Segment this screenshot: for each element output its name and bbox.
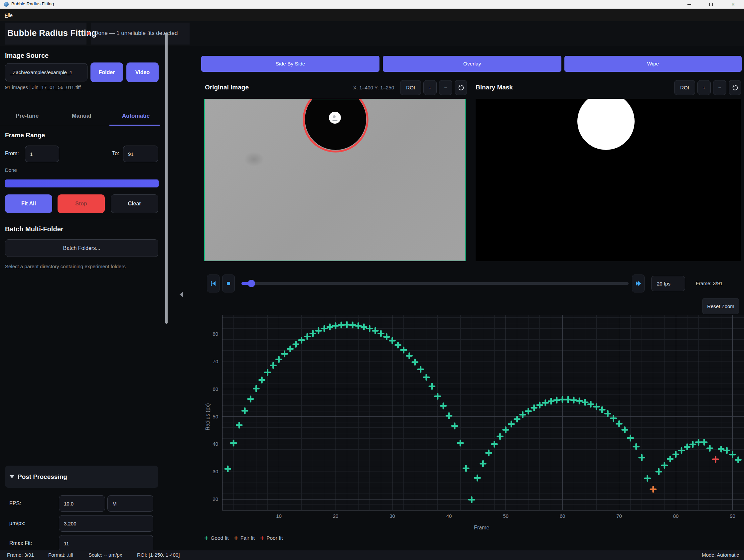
os-titlebar: Bubble Radius Fitting × [0, 0, 744, 9]
folder-button[interactable]: Folder [90, 63, 123, 82]
batch-folders-button[interactable]: Batch Folders... [5, 239, 158, 257]
mask-image [476, 99, 741, 261]
fps-unit-input[interactable] [107, 495, 153, 512]
page-title: Bubble Radius Fitting [7, 28, 97, 38]
rmax-input[interactable] [59, 535, 153, 550]
batch-hint-text: Select a parent directory containing exp… [5, 264, 126, 269]
skip-to-start-button[interactable] [207, 275, 220, 292]
legend-marker-icon: + [204, 534, 208, 542]
legend-label: Poor fit [266, 535, 283, 541]
video-button[interactable]: Video [126, 63, 159, 82]
progress-bar-fill [5, 179, 159, 188]
chart-tick-label: 30 [213, 469, 218, 474]
chart-tick-label: 80 [673, 513, 679, 519]
original-roi-button[interactable]: ROI [400, 80, 421, 95]
menu-file[interactable]: File [5, 12, 13, 18]
status-dot-icon [87, 32, 90, 35]
app-icon [4, 2, 9, 7]
legend-item: +Fair fit [234, 534, 255, 542]
original-reset-view-button[interactable] [455, 80, 467, 95]
fast-forward-icon [635, 280, 641, 287]
original-zoom-out-button[interactable]: − [439, 80, 452, 95]
reset-zoom-button[interactable]: Reset Zoom [702, 298, 739, 314]
chart-tick-label: 50 [503, 513, 509, 519]
sidebar-collapse-arrow-icon[interactable] [180, 292, 183, 297]
radius-chart[interactable]: 10203040506070809020304050607080FrameRad… [185, 315, 744, 534]
original-zoom-in-button[interactable]: + [423, 80, 437, 95]
app-header: Bubble Radius Fitting Done — 1 unreliabl… [0, 21, 744, 46]
chart-tick-label: 60 [213, 386, 218, 392]
minimize-button[interactable] [678, 0, 700, 9]
window-title: Bubble Radius Fitting [11, 1, 54, 6]
stop-icon [225, 280, 232, 287]
legend-label: Fair fit [240, 535, 255, 541]
statusbar-mode: Mode: Automatic [659, 552, 739, 558]
legend-marker-icon: + [260, 534, 264, 542]
mask-zoom-out-button[interactable]: − [713, 80, 727, 95]
reset-view-icon [732, 85, 738, 91]
post-processing-title: Post Processing [17, 473, 67, 481]
tab-pretune[interactable]: Pre-tune [0, 107, 54, 125]
chart-xlabel: Frame [474, 525, 489, 530]
playback-frame-counter: Frame: 3/91 [696, 280, 723, 286]
reset-view-icon [458, 85, 464, 91]
legend-label: Good fit [211, 535, 228, 541]
maximize-icon [709, 3, 713, 6]
chart-tick-label: 40 [446, 513, 452, 519]
stop-playback-button[interactable] [222, 275, 235, 292]
maximize-button[interactable] [700, 0, 722, 9]
umpx-input[interactable] [59, 515, 153, 532]
source-path-input[interactable] [5, 63, 87, 81]
rmax-label: Rmax Fit: [9, 541, 32, 546]
source-info-text: 91 images | Jin_17_01_56_011.tiff [5, 84, 81, 90]
progress-label: Done [5, 167, 17, 173]
statusbar-frame: Frame: 3/91 [7, 552, 34, 558]
minimize-icon [687, 4, 691, 5]
mode-tabs: Pre-tune Manual Automatic [0, 107, 163, 125]
collapse-triangle-icon [10, 475, 14, 478]
bubble-image [205, 99, 466, 261]
fit-all-button[interactable]: Fit All [5, 194, 52, 213]
progress-bar [5, 179, 159, 188]
chart-tick-label: 70 [213, 359, 218, 364]
playback-fps-input[interactable]: 20 fps [651, 276, 685, 291]
view-side-by-side-button[interactable]: Side By Side [201, 56, 379, 72]
tab-automatic[interactable]: Automatic [109, 107, 163, 125]
view-overlay-button[interactable]: Overlay [383, 56, 561, 72]
roi-coordinates-text: X: 1–400 Y: 1–250 [316, 85, 394, 90]
batch-heading: Batch Multi-Folder [5, 225, 64, 233]
frame-slider-track[interactable] [241, 282, 629, 285]
chart-tick-label: 20 [213, 496, 218, 502]
skip-back-icon [210, 280, 217, 287]
mask-circle [578, 99, 635, 150]
frame-slider-handle[interactable] [248, 280, 255, 287]
legend-item: +Poor fit [260, 534, 283, 542]
mask-reset-view-button[interactable] [729, 80, 741, 95]
legend-marker-icon: + [234, 534, 238, 542]
sidebar-scrollbar[interactable] [165, 33, 168, 324]
chart-tick-label: 50 [213, 414, 218, 419]
mask-zoom-in-button[interactable]: + [698, 80, 711, 95]
clear-button[interactable]: Clear [111, 194, 158, 213]
sidebar-divider [0, 219, 163, 219]
glint-detail [333, 115, 336, 118]
frame-range-heading: Frame Range [5, 132, 45, 139]
close-button[interactable]: × [722, 0, 744, 9]
binary-mask-viewport[interactable] [476, 99, 741, 261]
fps-input[interactable] [59, 495, 105, 512]
original-image-viewport[interactable] [204, 99, 466, 261]
frame-to-input[interactable] [123, 146, 158, 162]
original-image-title: Original Image [205, 84, 249, 91]
binary-mask-title: Binary Mask [476, 84, 513, 91]
post-processing-header[interactable]: Post Processing [5, 466, 158, 488]
stop-button[interactable]: Stop [58, 194, 105, 213]
view-wipe-button[interactable]: Wipe [564, 56, 742, 72]
close-icon: × [731, 2, 735, 7]
fast-forward-button[interactable] [632, 275, 644, 292]
mask-roi-button[interactable]: ROI [674, 80, 695, 95]
frame-from-input[interactable] [25, 146, 59, 162]
chart-tick-label: 70 [616, 513, 622, 519]
image-source-heading: Image Source [5, 52, 48, 59]
tab-manual[interactable]: Manual [54, 107, 108, 125]
chart-tick-label: 10 [276, 513, 282, 519]
